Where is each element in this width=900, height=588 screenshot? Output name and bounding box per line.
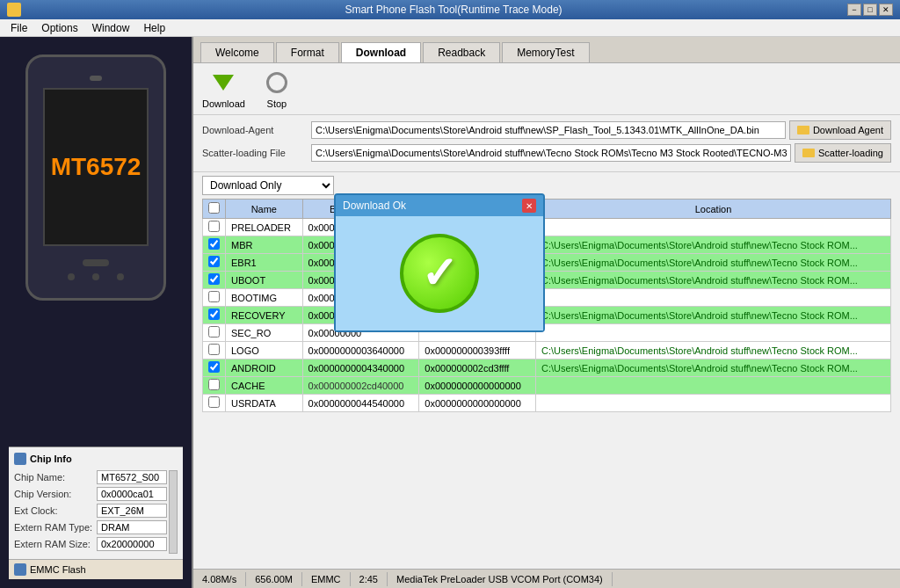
tab-bar: Welcome Format Download Readback MemoryT… xyxy=(193,37,900,63)
status-speed: 4.08M/s xyxy=(193,572,246,586)
download-agent-input[interactable] xyxy=(311,121,786,139)
chip-scrollbar[interactable] xyxy=(169,470,178,554)
download-agent-label: Download-Agent xyxy=(202,125,308,135)
folder-icon xyxy=(797,126,809,134)
row-location xyxy=(536,377,891,395)
table-row: EBR10x00000000C:\Users\Enigma\Documents\… xyxy=(203,254,891,272)
folder-icon2 xyxy=(802,149,815,157)
form-area: Download-Agent Download Agent Scatter-lo… xyxy=(193,115,900,172)
row-location xyxy=(536,324,891,342)
table-row: PRELOADER0x00000000 xyxy=(203,219,891,236)
chip-name-row: Chip Name: xyxy=(14,470,167,484)
chip-clock-value xyxy=(97,504,167,518)
status-time: 2:45 xyxy=(351,572,388,586)
download-button[interactable]: Download xyxy=(202,69,245,109)
row-name: BOOTIMG xyxy=(226,289,303,307)
row-name: SEC_RO xyxy=(226,324,303,342)
table-row: MBR0x00000000C:\Users\Enigma\Documents\S… xyxy=(203,236,891,254)
phone-screen: MT6572 xyxy=(43,88,149,246)
stop-icon xyxy=(263,69,291,97)
file-table-container: Name Begin Address End Address Location … xyxy=(193,199,900,569)
table-row: CACHE0x000000002cd400000x000000000000000… xyxy=(203,377,891,395)
row-location: C:\Users\Enigma\Documents\Store\Android … xyxy=(536,254,891,272)
row-checkbox[interactable] xyxy=(208,361,220,373)
select-all-checkbox[interactable] xyxy=(208,202,220,214)
chip-info-header: Chip Info xyxy=(14,453,178,465)
col-location: Location xyxy=(536,200,891,219)
status-type: EMMC xyxy=(302,572,351,586)
tab-welcome[interactable]: Welcome xyxy=(200,42,274,62)
success-check-circle: ✓ xyxy=(400,234,479,313)
menu-help[interactable]: Help xyxy=(136,20,172,36)
chip-ram-type-value xyxy=(97,520,167,534)
chip-ram-size-value xyxy=(97,537,167,551)
phone-speaker xyxy=(90,76,102,81)
modal-body: ✓ xyxy=(336,216,543,330)
emmc-icon xyxy=(14,563,26,576)
content-panel: Welcome Format Download Readback MemoryT… xyxy=(193,37,900,588)
menu-options[interactable]: Options xyxy=(34,20,84,36)
table-row: RECOVERY0x00000000C:\Users\Enigma\Docume… xyxy=(203,307,891,324)
row-end: 0x0000000000000000 xyxy=(419,395,536,412)
tab-format[interactable]: Format xyxy=(276,42,339,62)
row-name: CACHE xyxy=(226,377,303,395)
col-name: Name xyxy=(226,200,303,219)
minimize-button[interactable]: − xyxy=(847,4,861,16)
phone-home-btn xyxy=(83,259,109,266)
row-end: 0x000000000393ffff xyxy=(419,342,536,359)
stop-button[interactable]: Stop xyxy=(263,69,291,109)
modal-title-text: Download Ok xyxy=(343,200,406,212)
row-location xyxy=(536,289,891,307)
row-checkbox[interactable] xyxy=(208,273,220,285)
window-controls: − □ ✕ xyxy=(847,4,893,16)
scatter-input[interactable] xyxy=(311,144,791,162)
row-checkbox[interactable] xyxy=(208,379,220,390)
phone-nav-btn2 xyxy=(92,273,99,280)
table-row: SEC_RO0x00000000 xyxy=(203,324,891,342)
tab-memorytest[interactable]: MemoryTest xyxy=(502,42,589,62)
row-checkbox[interactable] xyxy=(208,344,220,355)
row-location: C:\Users\Enigma\Documents\Store\Android … xyxy=(536,359,891,377)
scatter-button[interactable]: Scatter-loading xyxy=(795,143,891,163)
tab-readback[interactable]: Readback xyxy=(423,42,500,62)
tab-download[interactable]: Download xyxy=(341,42,421,62)
row-end: 0x000000002cd3ffff xyxy=(419,359,536,377)
row-checkbox[interactable] xyxy=(208,291,220,302)
phone-nav-btn3 xyxy=(117,273,124,280)
stop-label: Stop xyxy=(267,98,287,109)
row-name: LOGO xyxy=(226,342,303,359)
restore-button[interactable]: □ xyxy=(863,4,877,16)
download-agent-button[interactable]: Download Agent xyxy=(789,120,891,140)
chip-name-value xyxy=(97,470,167,484)
row-begin: 0x0000000003640000 xyxy=(302,342,419,359)
col-check xyxy=(203,200,226,219)
row-location xyxy=(536,395,891,412)
menu-file[interactable]: File xyxy=(4,20,34,36)
mode-dropdown[interactable]: Download OnlyFirmware UpgradeFormat Only xyxy=(202,176,334,195)
app-icon xyxy=(7,3,21,17)
stop-circle-icon xyxy=(266,72,287,93)
row-name: RECOVERY xyxy=(226,307,303,324)
row-name: EBR1 xyxy=(226,254,303,272)
arrow-down-icon xyxy=(213,75,234,91)
row-name: USRDATA xyxy=(226,395,303,412)
menu-window[interactable]: Window xyxy=(85,20,137,36)
scatter-label: Scatter-loading File xyxy=(202,148,308,158)
row-checkbox[interactable] xyxy=(208,309,220,320)
row-location: C:\Users\Enigma\Documents\Store\Android … xyxy=(536,236,891,254)
row-location: C:\Users\Enigma\Documents\Store\Android … xyxy=(536,342,891,359)
file-table: Name Begin Address End Address Location … xyxy=(202,199,891,412)
row-checkbox[interactable] xyxy=(208,256,220,267)
row-name: UBOOT xyxy=(226,272,303,289)
row-checkbox[interactable] xyxy=(208,326,220,338)
row-begin: 0x0000000044540000 xyxy=(302,395,419,412)
checkmark-icon: ✓ xyxy=(421,248,458,299)
row-end: 0x0000000000000000 xyxy=(419,377,536,395)
row-checkbox[interactable] xyxy=(208,396,220,408)
window-title: Smart Phone Flash Tool(Runtime Trace Mod… xyxy=(60,4,847,16)
close-button[interactable]: ✕ xyxy=(879,4,893,16)
modal-close-button[interactable]: ✕ xyxy=(522,199,536,213)
row-checkbox[interactable] xyxy=(208,238,220,250)
title-bar: Smart Phone Flash Tool(Runtime Trace Mod… xyxy=(0,0,900,19)
row-checkbox[interactable] xyxy=(208,221,220,232)
